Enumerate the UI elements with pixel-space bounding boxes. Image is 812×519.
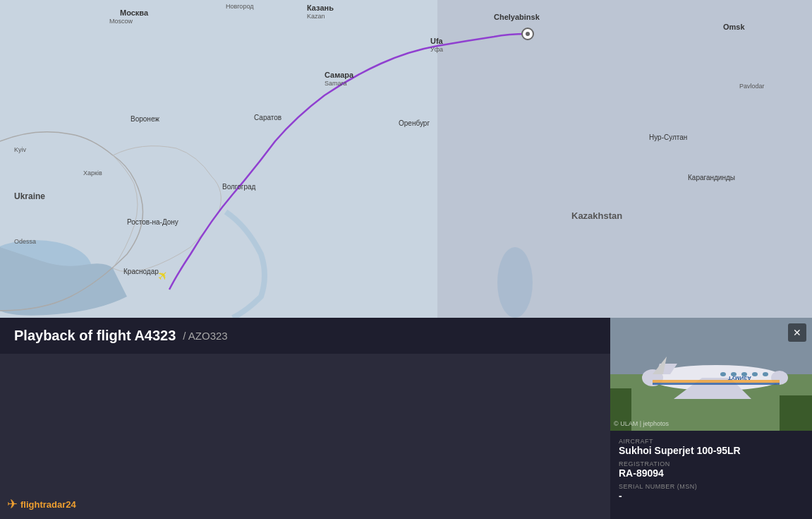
serial-value: -: [619, 490, 804, 501]
svg-text:Самара: Самара: [325, 71, 354, 79]
aircraft-type-value: Sukhoi Superjet 100-95LR: [619, 445, 804, 456]
logo-text: flightradar24: [20, 499, 76, 510]
close-panel-button[interactable]: ✕: [788, 323, 806, 342]
info-bar: Playback of flight A4323 / AZO323 GREAT …: [0, 318, 614, 519]
svg-text:Карагандинды: Карагандинды: [688, 174, 735, 181]
aircraft-panel: АЗИМУТ © ULAM | jetphotos ✕ AIRCRAFT Suk…: [610, 318, 812, 519]
registration-row: REGISTRATION RA-89094: [619, 460, 804, 479]
svg-text:Moscow: Moscow: [109, 18, 133, 25]
aircraft-type-label: AIRCRAFT: [619, 438, 804, 445]
logo-plane-icon: ✈: [7, 496, 18, 512]
svg-text:Ростов-на-Дону: Ростов-на-Дону: [127, 218, 178, 226]
title-row: Playback of flight A4323 / AZO323: [0, 318, 614, 354]
registration-value: RA-89094: [619, 467, 804, 479]
svg-text:Саратов: Саратов: [254, 114, 281, 121]
svg-text:Chelyabinsk: Chelyabinsk: [494, 13, 540, 21]
svg-text:Odessa: Odessa: [14, 238, 36, 245]
serial-label: SERIAL NUMBER (MSN): [619, 483, 804, 490]
photo-credit: © ULAM | jetphotos: [614, 420, 669, 427]
aircraft-type-row: AIRCRAFT Sukhoi Superjet 100-95LR: [619, 438, 804, 456]
flightradar24-logo[interactable]: ✈ flightradar24: [7, 496, 76, 512]
svg-text:Samara: Samara: [325, 80, 347, 87]
svg-text:Kyiv: Kyiv: [14, 146, 27, 153]
page-title: Playback of flight A4323: [14, 328, 176, 344]
svg-text:Ukraine: Ukraine: [14, 191, 45, 201]
svg-rect-37: [780, 395, 812, 431]
svg-text:Kazan: Kazan: [307, 13, 325, 20]
svg-text:Ufa: Ufa: [430, 37, 444, 45]
svg-text:Kazakhstan: Kazakhstan: [571, 210, 622, 221]
svg-point-45: [763, 372, 768, 376]
svg-text:Волгоград: Волгоград: [222, 183, 256, 191]
svg-text:Новгород: Новгород: [226, 3, 254, 10]
aircraft-info: AIRCRAFT Sukhoi Superjet 100-95LR REGIST…: [610, 431, 812, 513]
flight-subtitle: / AZO323: [183, 330, 227, 342]
svg-point-41: [720, 372, 726, 376]
svg-text:Уфа: Уфа: [430, 46, 443, 53]
svg-text:Казань: Казань: [307, 4, 334, 12]
svg-text:АЗИМУТ: АЗИМУТ: [728, 375, 751, 381]
svg-text:Omsk: Omsk: [723, 23, 745, 31]
svg-point-7: [526, 32, 530, 36]
svg-text:Харків: Харків: [83, 169, 102, 177]
svg-text:Нур-Султан: Нур-Султан: [649, 133, 687, 141]
aircraft-photo: АЗИМУТ © ULAM | jetphotos: [610, 318, 812, 431]
registration-label: REGISTRATION: [619, 460, 804, 467]
svg-text:Москва: Москва: [120, 8, 149, 17]
serial-row: SERIAL NUMBER (MSN) -: [619, 483, 804, 501]
svg-text:Pavlodar: Pavlodar: [739, 83, 765, 90]
map-container: ✈ Москва Moscow Новгород Казань Kazan Om…: [0, 0, 812, 318]
svg-text:Оренбург: Оренбург: [399, 119, 430, 127]
svg-point-44: [752, 372, 758, 376]
svg-rect-4: [437, 0, 812, 318]
svg-text:Воронеж: Воронеж: [131, 115, 159, 123]
svg-text:Краснодар: Краснодар: [123, 268, 159, 275]
